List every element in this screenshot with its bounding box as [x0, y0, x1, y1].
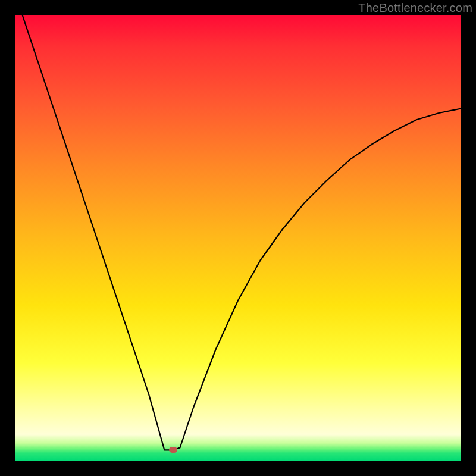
optimum-marker [169, 447, 177, 453]
bottleneck-curve [15, 15, 461, 461]
watermark-text: TheBottlenecker.com [358, 1, 472, 15]
curve-path [15, 15, 461, 450]
plot-area [15, 15, 461, 461]
chart-frame: TheBottlenecker.com [0, 0, 476, 476]
